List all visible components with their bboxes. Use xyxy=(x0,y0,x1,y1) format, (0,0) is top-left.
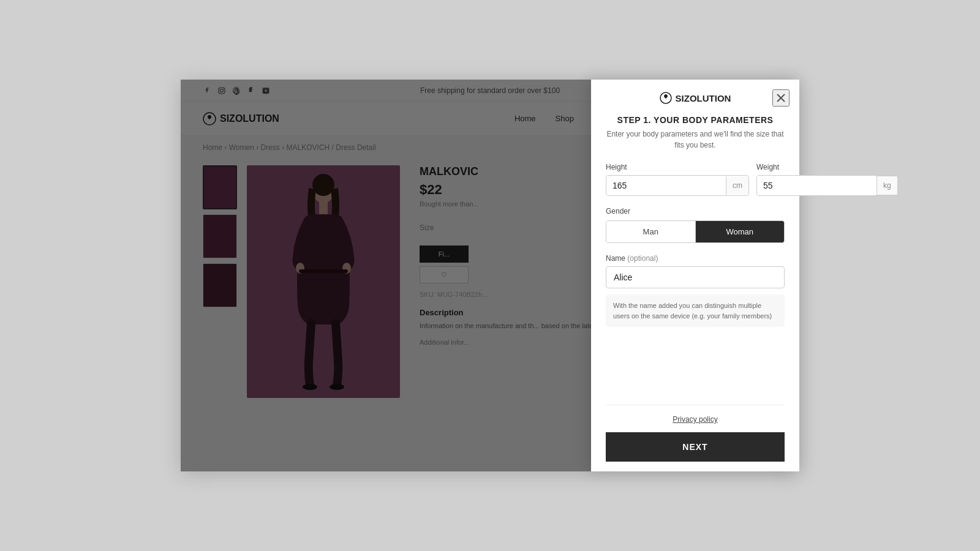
name-label-text: Name xyxy=(606,254,625,263)
modal-logo-icon xyxy=(660,92,672,104)
weight-label: Weight xyxy=(756,163,898,171)
height-input[interactable] xyxy=(606,176,726,195)
gender-buttons: Man Woman xyxy=(606,220,785,243)
step-title: STEP 1. YOUR BODY PARAMETERS xyxy=(617,115,774,125)
weight-input[interactable] xyxy=(757,176,876,195)
divider xyxy=(606,405,785,405)
next-button[interactable]: NEXT xyxy=(606,432,785,462)
gender-section: Gender Man Woman xyxy=(606,207,785,243)
height-input-wrap: cm xyxy=(606,175,749,196)
browser-window: Free shipping for standard order over $1… xyxy=(181,80,799,471)
name-input[interactable] xyxy=(606,266,785,288)
step-desc: Enter your body parameters and we'll fin… xyxy=(603,129,787,151)
weight-input-wrap: kg xyxy=(756,175,898,196)
height-label: Height xyxy=(606,163,749,171)
privacy-policy-link[interactable]: Privacy policy xyxy=(673,415,717,424)
weight-unit: kg xyxy=(876,176,897,195)
weight-group: Weight kg xyxy=(756,163,898,196)
modal-logo: SIZOLUTION xyxy=(660,92,731,104)
height-unit: cm xyxy=(726,176,748,195)
height-group: Height cm xyxy=(606,163,749,196)
close-button[interactable] xyxy=(772,89,790,107)
modal-footer: Privacy policy NEXT xyxy=(591,395,799,471)
measurements-row: Height cm Weight kg xyxy=(606,163,785,196)
modal-header: SIZOLUTION STEP 1. YOUR BODY PARAMETERS … xyxy=(591,80,799,163)
name-label: Name (optional) xyxy=(606,254,785,263)
modal-body: Height cm Weight kg xyxy=(591,163,799,395)
name-section: Name (optional) With the name added you … xyxy=(606,254,785,327)
name-hint: With the name added you can distinguish … xyxy=(606,294,785,327)
modal-logo-text: SIZOLUTION xyxy=(676,93,731,103)
gender-woman-button[interactable]: Woman xyxy=(696,221,785,242)
modal-overlay: SIZOLUTION STEP 1. YOUR BODY PARAMETERS … xyxy=(181,80,799,471)
gender-label: Gender xyxy=(606,207,785,216)
gender-man-button[interactable]: Man xyxy=(606,221,696,242)
name-optional-text: (optional) xyxy=(627,254,658,263)
modal-panel: SIZOLUTION STEP 1. YOUR BODY PARAMETERS … xyxy=(591,80,799,471)
